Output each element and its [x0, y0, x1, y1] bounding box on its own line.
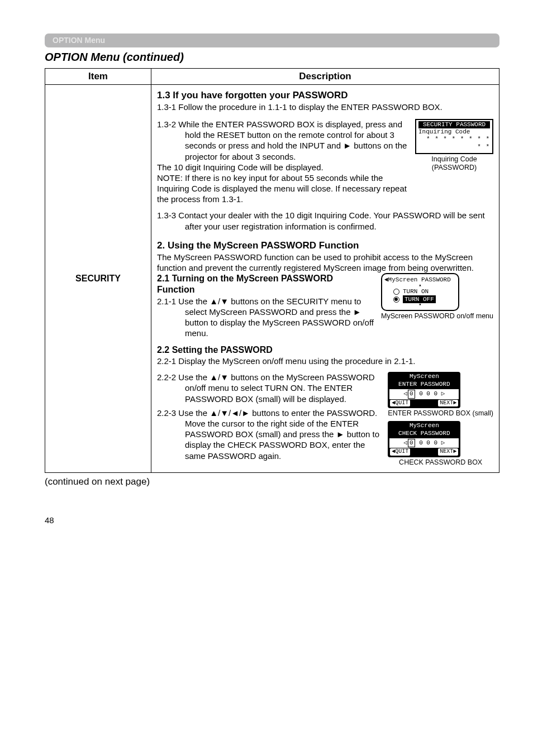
col-header-desc: Description	[151, 69, 499, 85]
osd-next: NEXT►	[438, 400, 458, 407]
osd-line: CHECK PASSWORD	[390, 430, 458, 438]
osd-next: NEXT►	[438, 448, 458, 456]
radio-filled-icon	[393, 296, 399, 303]
osd-line: * * * * * * * * * *	[418, 136, 490, 150]
osd-line: MyScreen	[390, 373, 458, 381]
continued-note: (continued on next page)	[45, 476, 499, 487]
text-1-3-3: 1.3-3 Contact your dealer with the 10 di…	[157, 210, 493, 231]
text-1-3-1: 1.3-1 Follow the procedure in 1.1-1 to d…	[157, 102, 493, 112]
osd-line: ENTER PASSWORD	[390, 381, 458, 389]
col-header-item: Item	[45, 69, 151, 85]
text-1-3-2: 1.3-2 While the ENTER PASSWORD BOX is di…	[157, 119, 410, 162]
osd-line: MyScreen	[390, 422, 458, 430]
osd-caption: MyScreen PASSWORD on/off menu	[381, 312, 493, 320]
text-2-2-1: 2.2-1 Display the MyScreen on/off menu u…	[157, 356, 493, 366]
osd-myscreen-onoff: ◄MyScreen PASSWORD ▴ TURN ON TURN OFF ▾	[381, 273, 459, 311]
osd-caption: ENTER PASSWORD BOX (small)	[388, 409, 493, 418]
option-table: Item Description SECURITY 1.3 If you hav…	[45, 68, 499, 473]
osd-inquiring-code: SECURITY PASSWORD Inquiring Code * * * *…	[415, 119, 493, 154]
osd-enter-password: MyScreen ENTER PASSWORD ◁0 0 0 0 ▷ ◄QUIT…	[388, 372, 460, 408]
osd-quit: ◄QUIT	[390, 400, 410, 407]
text-2-2-3: 2.2-3 Use the ▲/▼/◄/► buttons to enter t…	[157, 408, 382, 461]
text-2-intro: The MyScreen PASSWORD function can be us…	[157, 252, 493, 273]
osd-quit: ◄QUIT	[390, 448, 410, 456]
text-1-3-2c: NOTE: If there is no key input for about…	[157, 173, 410, 205]
text-1-3-2b: The 10 digit Inquiring Code will be disp…	[157, 162, 410, 173]
heading-1-3: 1.3 If you have forgotten your PASSWORD	[157, 89, 493, 102]
option-turn-on: TURN ON	[393, 288, 455, 295]
heading-2: 2. Using the MyScreen PASSWORD Function	[157, 240, 493, 252]
description-cell: 1.3 If you have forgotten your PASSWORD …	[151, 85, 499, 473]
osd-title: SECURITY PASSWORD	[418, 121, 490, 128]
text-2-2-2-a: 2.2-2 Use the ▲/▼ buttons on the MyScree…	[157, 372, 382, 404]
item-security: SECURITY	[45, 85, 151, 473]
page-heading: OPTION Menu (continued)	[45, 51, 499, 64]
radio-open-icon	[393, 289, 399, 295]
arrow-down-icon: ▾	[386, 303, 455, 307]
arrow-up-icon: ▴	[386, 284, 455, 288]
section-pill: OPTION Menu	[45, 34, 499, 47]
option-turn-off: TURN OFF	[393, 295, 455, 303]
osd-digits: ◁0 0 0 0 ▷	[389, 438, 459, 448]
heading-2-1a: 2.1 Turning on the MyScreen PASSWORD	[157, 273, 375, 284]
heading-2-2: 2.2 Setting the PASSWORD	[157, 344, 493, 356]
text-2-1-1: 2.1-1 Use the ▲/▼ buttons on the SECURIT…	[157, 296, 375, 339]
page-number: 48	[45, 515, 499, 525]
osd-check-password: MyScreen CHECK PASSWORD ◁0 0 0 0 ▷ ◄QUIT…	[388, 421, 460, 457]
osd-caption: Inquiring Code (PASSWORD)	[415, 155, 493, 172]
osd-caption: CHECK PASSWORD BOX	[388, 458, 493, 467]
osd-digits: ◁0 0 0 0 ▷	[389, 389, 459, 399]
osd-line: Inquiring Code	[418, 128, 490, 136]
heading-2-1b: Function	[157, 284, 375, 295]
